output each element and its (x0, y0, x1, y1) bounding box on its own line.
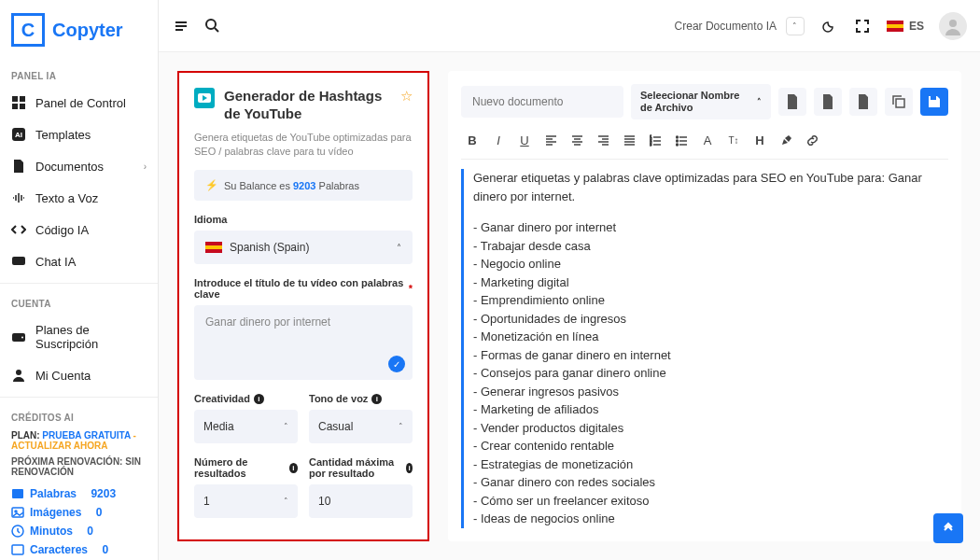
info-icon: i (254, 394, 264, 404)
sidebar-item-dashboard[interactable]: Panel de Control (0, 87, 158, 119)
sidebar-item-templates[interactable]: AI Templates (0, 119, 158, 150)
bolt-icon: ⚡ (205, 179, 218, 191)
scroll-top-button[interactable] (933, 513, 963, 543)
underline-icon[interactable]: U (513, 129, 536, 151)
tag-line: - Consejos para ganar dinero online (473, 364, 948, 383)
tag-line: - Estrategias de monetización (473, 455, 948, 474)
svg-rect-0 (12, 96, 18, 102)
sidebar-item-label: Planes de Suscripción (35, 323, 147, 351)
user-icon (11, 368, 26, 383)
tag-line: - Ideas de negocios online (473, 510, 948, 528)
maxqty-label: Cantidad máxima por resultado i (309, 456, 413, 479)
info-icon: i (289, 463, 298, 473)
export-txt-icon[interactable] (849, 88, 877, 116)
balance-info: ⚡ Su Balance es 9203 Palabras (194, 170, 413, 201)
tag-line: - Marketing de afiliados (473, 400, 948, 419)
font-icon[interactable]: A (696, 129, 719, 151)
svg-rect-2 (12, 104, 18, 109)
star-icon[interactable]: ☆ (400, 88, 413, 105)
svg-text:AI: AI (15, 131, 22, 139)
sidebar-item-plans[interactable]: Planes de Suscripción (0, 315, 158, 359)
words-icon (11, 487, 24, 500)
align-justify-icon[interactable] (618, 129, 640, 151)
sidebar-item-chat[interactable]: Chat IA (0, 245, 158, 277)
copy-icon[interactable] (885, 88, 913, 116)
menu-toggle-icon[interactable] (172, 17, 190, 35)
highlight-icon[interactable] (775, 129, 797, 151)
document-icon (11, 159, 26, 174)
tone-label: Tono de voz i (309, 393, 413, 404)
theme-icon[interactable] (819, 17, 838, 35)
svg-point-24 (676, 140, 678, 142)
document-panel: Seleecionar Nombre de Archivo ˄ B I U (448, 71, 961, 541)
sidebar-item-tts[interactable]: Texto a Voz (0, 182, 158, 214)
logo-mark-icon: C (11, 13, 45, 47)
tag-line: - Crear contenido rentable (473, 437, 948, 455)
sidebar-item-documents[interactable]: Documentos › (0, 150, 158, 182)
chevron-up-icon: ˄ (786, 17, 805, 35)
ai-icon: AI (11, 127, 26, 142)
section-cuenta: CUENTA (0, 289, 158, 315)
results-select[interactable]: 1˄ (194, 484, 298, 518)
svg-rect-18 (896, 99, 904, 107)
wallet-icon (11, 329, 26, 344)
svg-point-12 (15, 511, 17, 512)
tone-select[interactable]: Casual˄ (309, 410, 413, 443)
renewal-label: PRÓXIMA RENOVACIÓN: SIN RENOVACIÓN (0, 453, 158, 484)
export-pdf-icon[interactable] (814, 88, 842, 116)
svg-rect-6 (12, 257, 25, 265)
upgrade-link[interactable]: ACTUALIZAR AHORA (11, 441, 108, 451)
svg-point-8 (21, 337, 23, 339)
bold-icon[interactable]: B (461, 129, 483, 151)
image-icon (11, 506, 24, 519)
spain-flag-icon (205, 242, 222, 253)
language-selector[interactable]: ES (887, 20, 924, 33)
ordered-list-icon[interactable]: 123 (644, 129, 666, 151)
language-select[interactable]: Spanish (Spain) ˄ (194, 231, 413, 264)
svg-rect-14 (12, 545, 23, 554)
filename-select[interactable]: Seleecionar Nombre de Archivo ˄ (631, 84, 771, 119)
youtube-icon (194, 88, 215, 108)
editor-content[interactable]: Generar etiquetas y palabras clave optim… (461, 169, 948, 528)
generator-title: Generador de Hashtags de YouTube (224, 88, 391, 123)
italic-icon[interactable]: I (487, 129, 510, 151)
svg-rect-1 (20, 96, 25, 102)
check-icon: ✓ (388, 356, 405, 372)
save-button[interactable] (920, 88, 948, 116)
avatar[interactable] (939, 12, 967, 40)
tag-line: - Negocio online (473, 255, 948, 273)
align-center-icon[interactable] (566, 129, 588, 151)
sidebar-item-code[interactable]: Código IA (0, 214, 158, 245)
chat-icon (11, 254, 26, 269)
info-icon: i (371, 394, 382, 404)
text-size-icon[interactable]: T↕ (722, 129, 745, 151)
heading-icon[interactable]: H (749, 129, 771, 151)
sidebar-item-account[interactable]: Mi Cuenta (0, 359, 158, 391)
logo[interactable]: C Copyter (0, 9, 158, 62)
tag-line: - Marketing digital (473, 273, 948, 292)
fullscreen-icon[interactable] (853, 17, 872, 35)
link-icon[interactable] (801, 129, 823, 151)
maxqty-input[interactable]: 10 (309, 484, 413, 518)
svg-rect-19 (931, 96, 936, 100)
align-right-icon[interactable] (592, 129, 614, 151)
credit-words: Palabras 9203 (0, 484, 158, 503)
sidebar-item-label: Templates (35, 128, 91, 142)
create-document-menu[interactable]: Crear Documento IA ˄ (675, 17, 805, 35)
svg-point-23 (676, 136, 678, 138)
export-word-icon[interactable] (778, 88, 806, 116)
tag-line: - Generar ingresos pasivos (473, 383, 948, 401)
svg-point-16 (949, 20, 957, 27)
document-title-input[interactable] (461, 86, 623, 118)
title-textarea[interactable]: Ganar dinero por internet ✓ (194, 305, 413, 380)
creativity-select[interactable]: Media˄ (194, 410, 298, 443)
align-left-icon[interactable] (539, 129, 562, 151)
editor-toolbar: B I U 123 A T↕ H (461, 129, 948, 160)
search-icon[interactable] (203, 17, 222, 35)
svg-rect-10 (12, 489, 23, 498)
results-label: Número de resultados i (194, 456, 298, 479)
svg-rect-3 (20, 104, 25, 109)
tag-line: - Formas de ganar dinero en internet (473, 346, 948, 365)
tag-line: - Ganar dinero con redes sociales (473, 473, 948, 492)
unordered-list-icon[interactable] (670, 129, 693, 151)
